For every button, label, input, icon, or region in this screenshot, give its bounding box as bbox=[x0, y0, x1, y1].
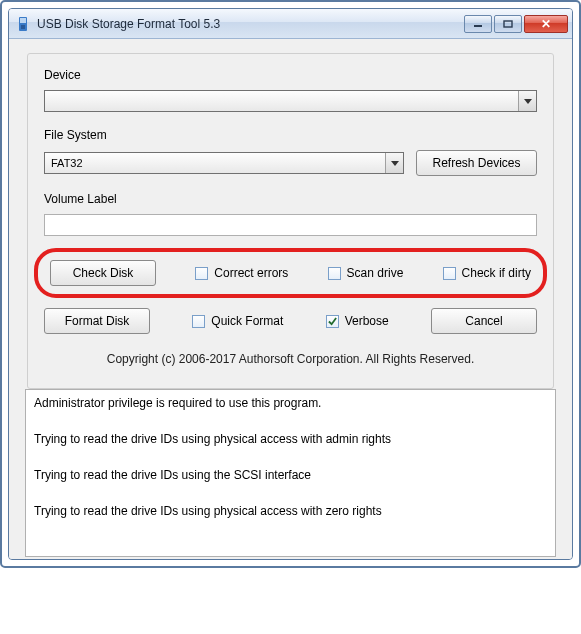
window-controls: ✕ bbox=[464, 15, 568, 33]
minimize-button[interactable] bbox=[464, 15, 492, 33]
log-line: Trying to read the drive IDs using physi… bbox=[34, 432, 547, 446]
cancel-button[interactable]: Cancel bbox=[431, 308, 537, 334]
window-title: USB Disk Storage Format Tool 5.3 bbox=[37, 17, 464, 31]
main-group: Device File System FAT32 Refresh Devices… bbox=[27, 53, 554, 389]
scan-drive-checkbox[interactable]: Scan drive bbox=[328, 266, 404, 280]
checkbox-icon bbox=[195, 267, 208, 280]
checkbox-icon bbox=[443, 267, 456, 280]
close-button[interactable]: ✕ bbox=[524, 15, 568, 33]
svg-rect-2 bbox=[21, 25, 25, 29]
device-label: Device bbox=[44, 68, 537, 82]
quick-format-checkbox[interactable]: Quick Format bbox=[192, 314, 283, 328]
volume-label-input[interactable] bbox=[44, 214, 537, 236]
log-line: Trying to read the drive IDs using physi… bbox=[34, 504, 547, 518]
checkbox-label: Check if dirty bbox=[462, 266, 531, 280]
chevron-down-icon bbox=[385, 153, 403, 173]
svg-rect-3 bbox=[474, 25, 482, 27]
checkbox-icon bbox=[326, 315, 339, 328]
format-disk-button[interactable]: Format Disk bbox=[44, 308, 150, 334]
check-disk-button[interactable]: Check Disk bbox=[50, 260, 156, 286]
checkbox-label: Verbose bbox=[345, 314, 389, 328]
filesystem-label: File System bbox=[44, 128, 537, 142]
filesystem-dropdown[interactable]: FAT32 bbox=[44, 152, 404, 174]
chevron-down-icon bbox=[518, 91, 536, 111]
check-if-dirty-checkbox[interactable]: Check if dirty bbox=[443, 266, 531, 280]
filesystem-value: FAT32 bbox=[51, 157, 83, 169]
checkbox-label: Correct errors bbox=[214, 266, 288, 280]
checkbox-label: Quick Format bbox=[211, 314, 283, 328]
checkbox-icon bbox=[192, 315, 205, 328]
copyright-text: Copyright (c) 2006-2017 Authorsoft Corpo… bbox=[44, 352, 537, 366]
verbose-checkbox[interactable]: Verbose bbox=[326, 314, 389, 328]
client-area: Device File System FAT32 Refresh Devices… bbox=[9, 39, 572, 559]
titlebar: USB Disk Storage Format Tool 5.3 ✕ bbox=[9, 9, 572, 39]
checkbox-label: Scan drive bbox=[347, 266, 404, 280]
refresh-devices-button[interactable]: Refresh Devices bbox=[416, 150, 537, 176]
log-line: Administrator privilege is required to u… bbox=[34, 396, 547, 410]
log-line: Trying to read the drive IDs using the S… bbox=[34, 468, 547, 482]
volume-label-label: Volume Label bbox=[44, 192, 537, 206]
app-icon bbox=[15, 16, 31, 32]
application-window: USB Disk Storage Format Tool 5.3 ✕ Devic… bbox=[8, 8, 573, 560]
maximize-button[interactable] bbox=[494, 15, 522, 33]
svg-rect-4 bbox=[504, 21, 512, 27]
correct-errors-checkbox[interactable]: Correct errors bbox=[195, 266, 288, 280]
log-output: Administrator privilege is required to u… bbox=[25, 389, 556, 557]
device-dropdown[interactable] bbox=[44, 90, 537, 112]
checkbox-icon bbox=[328, 267, 341, 280]
svg-rect-1 bbox=[20, 18, 26, 23]
highlight-annotation: Check Disk Correct errors Scan drive Che… bbox=[34, 248, 547, 298]
